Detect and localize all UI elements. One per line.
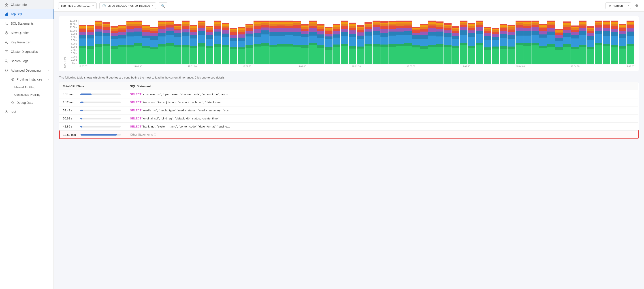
- bar-segment: [563, 27, 570, 30]
- sidebar-item-sql-statements[interactable]: SQL Statements: [0, 19, 54, 28]
- bar-segment: [412, 48, 420, 64]
- bar-segment: [626, 32, 634, 36]
- bar-segment: [309, 43, 316, 45]
- col-cpu-time: Total CPU Time: [59, 82, 126, 90]
- refresh-button[interactable]: ↻ Refresh: [606, 3, 626, 9]
- refresh-dropdown-button[interactable]: ▾: [626, 3, 631, 8]
- bar-group: [404, 20, 412, 64]
- sidebar-item-continuous-profiling[interactable]: Continuous Profiling: [0, 91, 54, 98]
- bar-segment: [206, 32, 213, 35]
- bar-segment: [277, 28, 285, 32]
- table-row[interactable]: 4.14 min SELECT `customer_no`, `open_are…: [59, 90, 638, 98]
- sidebar-item-profiling-instances[interactable]: Profiling Instances ∧: [0, 75, 54, 84]
- y-tick: 5.00 s: [68, 46, 77, 48]
- progress-bar-fill: [80, 102, 84, 103]
- bar-segment: [341, 24, 348, 26]
- bar-segment: [420, 35, 428, 38]
- bar-segment: [238, 49, 245, 64]
- sidebar-item-manual-profiling[interactable]: Manual Profiling: [0, 84, 54, 91]
- bar-segment: [468, 37, 475, 46]
- bar-segment: [214, 47, 221, 64]
- other-statements-row[interactable]: 13.59 min Other Statementsⓘ: [59, 131, 638, 139]
- sidebar-item-slow-queries[interactable]: Slow Queries: [0, 28, 54, 38]
- sidebar-item-top-sql[interactable]: Top SQL: [0, 10, 54, 19]
- bar-segment: [214, 26, 221, 29]
- sql-cell: SELECT `customer_no`, `open_area`, `chan…: [126, 90, 638, 98]
- bar-segment: [626, 36, 634, 44]
- bar-segment: [182, 45, 189, 48]
- bar-group: [158, 20, 166, 64]
- table-row[interactable]: 1.17 min SELECT `trans_no`, `trans_jnls_…: [59, 98, 638, 106]
- bar-segment: [301, 31, 308, 34]
- bar-segment: [102, 36, 110, 44]
- bar-segment: [524, 36, 531, 43]
- bar-segment: [349, 34, 356, 37]
- bar-segment: [118, 30, 126, 32]
- bar-group: [86, 20, 94, 64]
- bar-segment: [142, 36, 150, 38]
- bar-segment: [428, 26, 436, 28]
- bar-segment: [222, 37, 229, 45]
- bar-segment: [238, 28, 245, 30]
- sidebar-label-cluster-diagnostics: Cluster Diagnostics: [11, 50, 38, 54]
- time-caret-icon: ▾: [152, 4, 153, 7]
- bar-segment: [95, 32, 102, 36]
- bar-segment: [611, 26, 618, 29]
- bar-segment: [301, 34, 308, 37]
- bar-segment: [238, 48, 245, 49]
- sidebar-item-debug-data[interactable]: Debug Data: [0, 98, 54, 107]
- bar-segment: [325, 47, 332, 50]
- bar-segment: [222, 45, 229, 47]
- sql-keyword: SELECT: [130, 101, 142, 104]
- bar-segment: [404, 28, 412, 31]
- table-row[interactable]: 52.48 s SELECT `media_no`, `media_type`,…: [59, 106, 638, 114]
- bar-segment: [516, 23, 523, 25]
- chart-area: 0 ms1.00 s2.00 s3.00 s4.00 s5.00 s6.00 s…: [68, 20, 634, 64]
- bar-segment: [230, 35, 237, 38]
- sql-keyword: SELECT: [130, 92, 142, 96]
- bar-group: [126, 20, 134, 64]
- bar-segment: [500, 31, 507, 34]
- bar-segment: [86, 46, 94, 49]
- sidebar-item-cluster-diagnostics[interactable]: Cluster Diagnostics: [0, 47, 54, 56]
- bar-segment: [134, 36, 142, 44]
- bar-segment: [118, 28, 126, 30]
- bar-segment: [555, 32, 562, 33]
- time-range-selector[interactable]: 🕐 05-09 15:00:00 ~ 05-09 15:05:00 ▾: [99, 2, 156, 9]
- bar-segment: [579, 45, 586, 47]
- bar-segment: [333, 25, 340, 27]
- bar-segment: [126, 29, 134, 32]
- bar-segment: [460, 30, 467, 34]
- y-tick: 11.00 s: [68, 26, 77, 29]
- search-button[interactable]: 🔍: [159, 2, 168, 9]
- bar-segment: [285, 22, 293, 24]
- other-cpu-time-cell: 13.59 min: [59, 131, 126, 139]
- bar-segment: [325, 50, 332, 64]
- bar-segment: [317, 38, 324, 46]
- bar-segment: [484, 36, 491, 40]
- settings-button[interactable]: ⚙: [634, 2, 640, 9]
- bar-segment: [206, 39, 213, 46]
- help-icon: ⓘ: [154, 133, 156, 136]
- bar-segment: [508, 46, 515, 49]
- sql-text: `bank_no`, `system_name`, `center_code`,…: [142, 125, 230, 128]
- bar-segment: [190, 35, 197, 38]
- user-label: root: [11, 110, 16, 114]
- table-row[interactable]: 50.92 s SELECT `original_sql`, `bind_sql…: [59, 114, 638, 122]
- bar-segment: [254, 37, 261, 44]
- sidebar-item-user[interactable]: root: [0, 107, 54, 116]
- sidebar-item-key-visualizer[interactable]: Key Visualizer: [0, 38, 54, 47]
- bar-segment: [110, 46, 118, 49]
- x-tick: 15:02:30: [352, 65, 361, 68]
- table-row[interactable]: 42.86 s SELECT `bank_no`, `system_name`,…: [59, 122, 638, 131]
- bar-segment: [396, 28, 404, 32]
- bar-segment: [357, 48, 364, 64]
- bar-segment: [158, 26, 166, 29]
- sidebar-item-cluster-info[interactable]: Cluster Info: [0, 0, 54, 10]
- sidebar-item-search-logs[interactable]: Search Logs: [0, 56, 54, 66]
- sidebar-item-advanced-debugging[interactable]: Advanced Debugging ∧: [0, 66, 54, 75]
- bar-segment: [333, 47, 340, 64]
- bar-segment: [357, 36, 364, 39]
- instance-selector[interactable]: tidb - tidb-1-peer:100... ▾: [58, 2, 97, 9]
- bar-segment: [134, 20, 142, 22]
